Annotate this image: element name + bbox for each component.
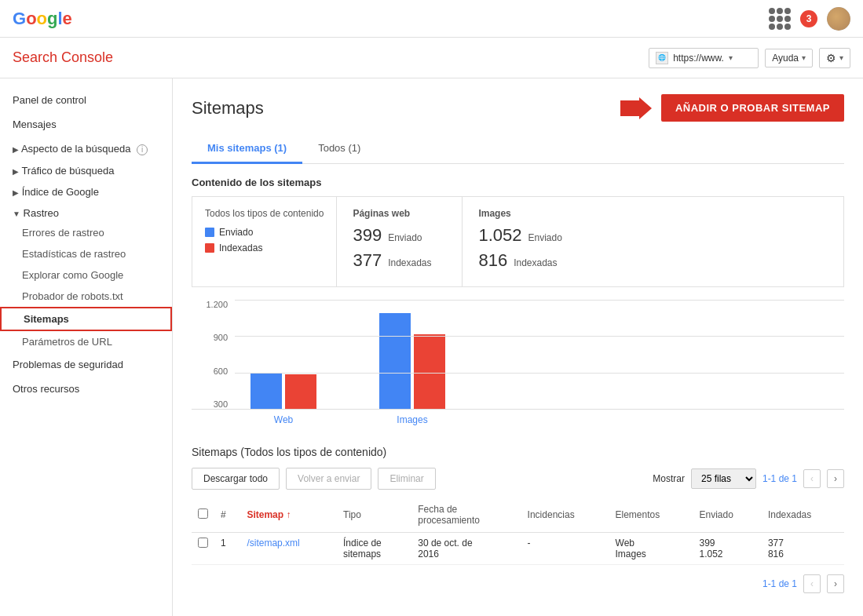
row-elementos: WebImages [609,533,693,565]
expand-icon: ▶ [13,145,19,154]
download-all-button[interactable]: Descargar todo [192,468,280,490]
sidebar-item-mensajes[interactable]: Mensajes [0,112,172,137]
settings-button[interactable]: ⚙ ▾ [819,48,850,68]
table-toolbar-left: Descargar todo Volver a enviar Eliminar [192,468,436,490]
expand-icon: ▼ [13,210,20,218]
prev-page-button-top[interactable]: ‹ [803,469,821,488]
notification-badge[interactable]: 3 [800,10,817,27]
next-page-button-bottom[interactable]: › [827,574,844,593]
header-controls: 🌐 https://www. ▾ Ayuda ▾ ⚙ ▾ [649,48,850,68]
stat-label-web-enviado: Enviado [388,232,422,243]
th-enviado: Enviado [693,498,762,533]
add-sitemap-button[interactable]: AÑADIR O PROBAR SITEMAP [661,94,844,122]
bar-web-blue [250,373,282,409]
row-tipo: Índice desitemaps [337,533,411,565]
sidebar-item-errores[interactable]: Errores de rastreo [0,222,172,243]
sidebar-label: Tráfico de búsqueda [21,165,114,177]
y-label-600: 600 [192,366,228,376]
apps-grid-icon[interactable] [769,8,791,30]
x-label-images: Images [379,414,445,425]
next-page-button-top[interactable]: › [827,469,844,488]
bar-images-blue [379,313,411,409]
row-checkbox-cell [192,533,214,565]
th-sitemap[interactable]: Sitemap ↑ [240,498,337,533]
sidebar-label: Explorar como Google [22,269,123,281]
card-legend: Todos los tipos de contenido Enviado Ind… [192,197,337,286]
row-enviado: 3991.052 [693,533,762,565]
sidebar-label: Estadísticas de rastreo [22,248,126,260]
th-tipo: Tipo [337,498,411,533]
content-card: Todos los tipos de contenido Enviado Ind… [192,196,844,287]
main-content: Sitemaps AÑADIR O PROBAR SITEMAP Mis sit… [173,78,863,616]
select-all-checkbox[interactable] [198,508,208,519]
logo-e-red: e [63,9,72,29]
svg-marker-0 [620,97,652,119]
expand-icon: ▶ [13,167,19,176]
table-toolbar: Descargar todo Volver a enviar Eliminar … [192,468,844,490]
legend-indexadas-label: Indexadas [219,242,262,253]
card-images-title: Images [478,208,572,219]
y-label-1200: 1.200 [192,300,228,309]
tabs: Mis sitemaps (1) Todos (1) [192,134,844,164]
user-avatar[interactable] [827,7,850,31]
logo-g-green: g [47,9,57,29]
stat-number-web-enviado: 399 [353,225,382,246]
row-checkbox[interactable] [198,538,208,548]
sidebar-item-rastreo[interactable]: ▼ Rastreo [0,201,172,222]
sidebar-item-probador[interactable]: Probador de robots.txt [0,286,172,307]
delete-button[interactable]: Eliminar [378,468,435,490]
card-section-title: Páginas web [353,208,446,219]
card-paginas-web: Páginas web 399 Enviado 377 Indexadas [337,197,463,286]
bar-web-red [285,374,316,409]
sitemap-link[interactable]: /sitemap.xml [247,538,299,549]
sidebar-item-estadisticas[interactable]: Estadísticas de rastreo [0,243,172,264]
row-indexadas: 377816 [762,533,844,565]
resubmit-button[interactable]: Volver a enviar [286,468,371,490]
table-row: 1 /sitemap.xml Índice desitemaps 30 de o… [192,533,844,565]
sidebar-item-trafico[interactable]: ▶ Tráfico de búsqueda [0,159,172,180]
stat-label-img-indexadas: Indexadas [514,257,557,268]
legend-enviado-label: Enviado [219,227,253,238]
stat-img-indexadas: 816 Indexadas [478,250,572,271]
th-indexadas: Indexadas [762,498,844,533]
sidebar-item-sitemaps[interactable]: Sitemaps [0,307,172,331]
google-logo: Google [13,9,72,29]
th-checkbox [192,498,214,533]
site-favicon: 🌐 [656,52,668,64]
sidebar-item-parametros[interactable]: Parámetros de URL [0,331,172,352]
prev-page-button-bottom[interactable]: ‹ [803,574,821,593]
pagination-info-top: 1-1 de 1 [762,473,797,484]
th-incidencias: Incidencias [521,498,609,533]
add-sitemap-container: AÑADIR O PROBAR SITEMAP [620,94,844,122]
row-num: 1 [214,533,240,565]
bottom-pagination: 1-1 de 1 ‹ › [192,574,844,593]
sidebar-label: Otros recursos [13,383,79,395]
tab-mis-sitemaps[interactable]: Mis sitemaps (1) [192,134,302,164]
stat-number-web-indexadas: 377 [353,250,382,271]
pagination-info-bottom: 1-1 de 1 [762,578,797,589]
row-fecha: 30 de oct. de2016 [411,533,521,565]
url-dropdown[interactable]: 🌐 https://www. ▾ [649,48,759,68]
gear-icon: ⚙ [826,52,836,64]
card-left-title: Todos los tipos de contenido [205,208,324,219]
stat-web-indexadas: 377 Indexadas [353,250,446,271]
expand-icon: ▶ [13,188,19,197]
sidebar-label: Aspecto de la búsqueda [21,143,131,155]
sidebar-item-aspecto[interactable]: ▶ Aspecto de la búsqueda i [0,137,172,159]
url-text: https://www. [673,53,724,64]
header-bar: Search Console 🌐 https://www. ▾ Ayuda ▾ … [0,38,863,78]
top-right-controls: 3 [769,7,850,31]
main-layout: Panel de control Mensajes ▶ Aspecto de l… [0,78,863,616]
tab-todos[interactable]: Todos (1) [302,134,376,164]
y-label-900: 900 [192,333,228,342]
rows-per-page-select[interactable]: 25 filas 50 filas 100 filas [691,468,756,489]
sidebar-item-seguridad[interactable]: Problemas de seguridad [0,352,172,377]
sidebar-item-explorar[interactable]: Explorar como Google [0,264,172,286]
sidebar-label: Parámetros de URL [22,336,112,348]
sidebar-item-otros[interactable]: Otros recursos [0,377,172,401]
sidebar-item-indice[interactable]: ▶ Índice de Google [0,180,172,201]
top-nav: Google 3 [0,0,863,38]
sidebar-item-panel[interactable]: Panel de control [0,88,172,112]
help-button[interactable]: Ayuda ▾ [765,49,813,67]
content-label: Contenido de los sitemaps [192,177,844,188]
